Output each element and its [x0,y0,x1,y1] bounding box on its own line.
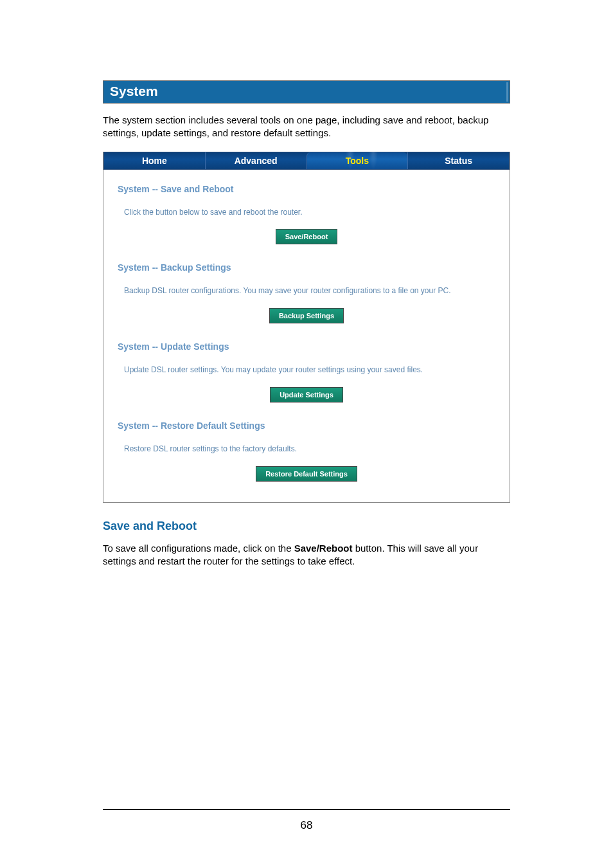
section-desc-restore: Restore DSL router settings to the facto… [124,444,458,455]
button-row: Update Settings [118,387,495,402]
section-title-backup: System -- Backup Settings [118,262,495,273]
tab-status[interactable]: Status [407,152,509,169]
body-bold: Save/Reboot [294,543,353,554]
tab-advanced[interactable]: Advanced [205,152,306,169]
footer-divider [103,809,510,810]
section-title-save-reboot: System -- Save and Reboot [118,184,495,194]
tab-tools[interactable]: Tools [306,152,408,169]
body-prefix: To save all configurations made, click o… [103,543,294,554]
backup-settings-button[interactable]: Backup Settings [269,308,344,323]
document-page: System The system section includes sever… [0,0,613,868]
router-tab-bar: Home Advanced Tools Status [103,152,510,170]
banner-title: System [110,84,158,98]
section-desc-update: Update DSL router settings. You may upda… [124,365,458,375]
intro-paragraph: The system section includes several tool… [103,114,510,140]
sub-heading: Save and Reboot [103,520,510,533]
update-settings-button[interactable]: Update Settings [270,387,343,402]
button-row: Save/Reboot [118,229,495,244]
section-desc-backup: Backup DSL router configurations. You ma… [124,285,458,296]
router-screenshot: Home Advanced Tools Status System -- Sav… [103,152,510,503]
body-paragraph: To save all configurations made, click o… [103,542,510,568]
section-desc-save-reboot: Click the button below to save and reboo… [124,207,458,218]
section-title-restore: System -- Restore Default Settings [118,420,495,431]
save-reboot-button[interactable]: Save/Reboot [276,229,338,244]
section-title-update: System -- Update Settings [118,341,495,352]
restore-default-settings-button[interactable]: Restore Default Settings [256,466,357,482]
button-row: Restore Default Settings [118,466,495,482]
router-panel: System -- Save and Reboot Click the butt… [103,170,510,502]
tab-home[interactable]: Home [104,152,205,169]
page-number: 68 [0,819,613,832]
section-banner: System [103,80,510,104]
button-row: Backup Settings [118,308,495,323]
